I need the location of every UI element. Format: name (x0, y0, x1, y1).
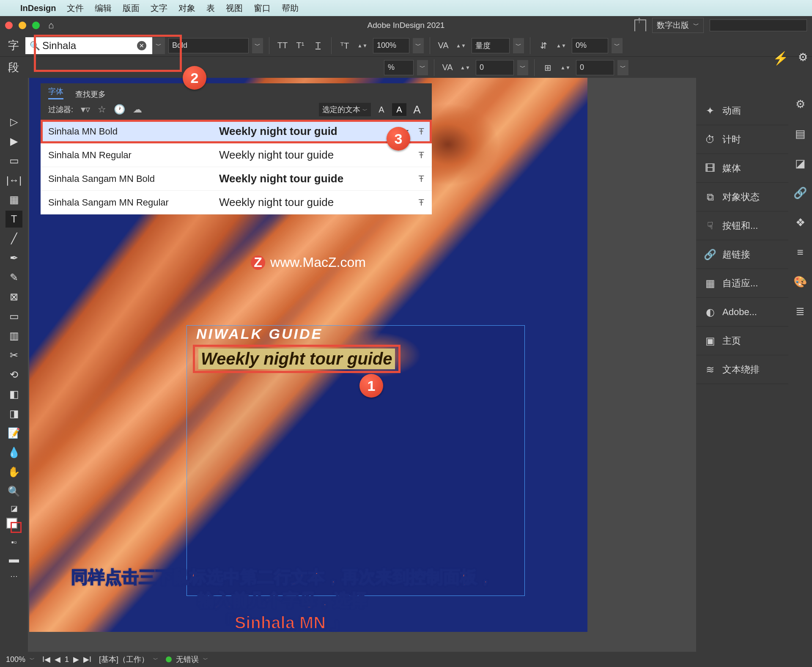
mini-links-icon[interactable]: 🔗 (793, 185, 808, 200)
kerning-chevron[interactable]: ﹀ (513, 38, 524, 53)
clear-icon[interactable]: ✕ (137, 41, 146, 50)
panel-object-states[interactable]: ⧉对象状态 (696, 183, 788, 211)
font-result-item[interactable]: Sinhala MN Regular Weekly night tour gui… (41, 143, 432, 167)
fill-stroke-proxy[interactable] (5, 517, 22, 534)
font-style-chevron[interactable]: ﹀ (252, 38, 263, 53)
tracking-chevron[interactable]: ﹀ (517, 60, 528, 75)
menu-object[interactable]: 对象 (178, 3, 195, 14)
apply-color[interactable]: ▪▫ (5, 536, 22, 548)
stepper-icon[interactable]: ▲▼ (355, 38, 370, 53)
panel-hyperlinks[interactable]: 🔗超链接 (696, 240, 788, 269)
doc-preset[interactable]: [基本]（工作） ﹀ (99, 654, 158, 664)
menu-table[interactable]: 表 (206, 3, 215, 14)
scale-input[interactable] (384, 60, 414, 75)
selection-tool[interactable]: ▷ (5, 113, 22, 130)
direct-selection-tool[interactable]: ▶ (5, 133, 22, 150)
font-result-item[interactable]: Sinhala Sangam MN Bold Weekly night tour… (41, 167, 432, 191)
menu-layout[interactable]: 版面 (123, 3, 140, 14)
grid-chevron[interactable]: ﹀ (617, 60, 628, 75)
gradient-feather-tool[interactable]: ◨ (5, 405, 22, 422)
zoom-control[interactable]: 100% ﹀ (6, 655, 35, 664)
menu-view[interactable]: 视图 (226, 3, 243, 14)
content-collector-tool[interactable]: ▦ (5, 191, 22, 208)
panel-timing[interactable]: ⏱计时 (696, 125, 788, 154)
grid-input[interactable] (576, 60, 614, 75)
menu-file[interactable]: 文件 (67, 3, 84, 14)
paragraph-tab[interactable]: 段 (5, 59, 22, 76)
tab-find-more[interactable]: 查找更多 (75, 89, 106, 99)
panel-text-wrap[interactable]: ≋文本绕排 (696, 355, 788, 384)
frame-title[interactable]: NIWALK GUIDE (187, 326, 524, 342)
pen-tool[interactable]: ✒ (5, 250, 22, 266)
line-tool[interactable]: ╱ (5, 230, 22, 247)
workspace-switcher[interactable]: 数字出版 ﹀ (652, 18, 704, 33)
gap-tool[interactable]: |↔| (5, 172, 22, 189)
sample-size-small[interactable]: A (374, 103, 389, 116)
page-nav[interactable]: I◀ ◀ 1 ▶ ▶I (42, 655, 91, 664)
toolbox-more[interactable]: ⋯ (5, 570, 22, 582)
app-search-input[interactable] (710, 19, 807, 31)
eyedropper-tool[interactable]: 💧 (5, 444, 22, 461)
note-tool[interactable]: 📝 (5, 425, 22, 442)
mini-color-icon[interactable]: 🎨 (793, 274, 808, 289)
share-icon[interactable] (634, 19, 646, 31)
hand-tool[interactable]: ✋ (5, 464, 22, 480)
stepper-icon[interactable]: ▲▼ (558, 60, 573, 75)
preflight-status[interactable]: 无错误 ﹀ (166, 654, 208, 664)
rectangle-tool[interactable]: ▭ (5, 308, 22, 325)
type-tool[interactable]: T (5, 211, 22, 228)
recent-icon[interactable]: 🕐 (114, 104, 125, 115)
zoom-icon[interactable] (32, 22, 40, 29)
page-number[interactable]: 1 (65, 655, 69, 664)
app-name[interactable]: InDesign (20, 3, 56, 13)
panel-adobe[interactable]: ◐Adobe... (696, 298, 788, 327)
zoom-tool[interactable]: 🔍 (5, 483, 22, 500)
menu-edit[interactable]: 编辑 (95, 3, 112, 14)
fill-stroke-swap[interactable]: ◪ (5, 502, 22, 514)
mini-sliders-icon[interactable]: ⚙ (793, 96, 808, 112)
gradient-swatch-tool[interactable]: ◧ (5, 386, 22, 403)
baseline-input[interactable] (572, 38, 608, 53)
scissors-tool[interactable]: ✂ (5, 347, 22, 364)
kerning-input[interactable] (472, 38, 510, 53)
panel-buttons[interactable]: ☟按钮和... (696, 211, 788, 240)
first-page-icon[interactable]: I◀ (42, 655, 50, 664)
underline-icon[interactable]: T (311, 38, 325, 53)
fontsize-input[interactable] (373, 38, 409, 53)
last-page-icon[interactable]: ▶I (83, 655, 91, 664)
baseline-chevron[interactable]: ﹀ (612, 38, 623, 53)
rectangle-frame-tool[interactable]: ⊠ (5, 288, 22, 305)
screen-mode[interactable]: ▬ (5, 551, 22, 568)
panel-master-pages[interactable]: ▣主页 (696, 327, 788, 355)
polygon-tool[interactable]: ▥ (5, 327, 22, 344)
tab-fonts[interactable]: 字体 (48, 86, 63, 99)
next-page-icon[interactable]: ▶ (73, 655, 79, 664)
stepper-icon[interactable]: ▲▼ (554, 38, 568, 53)
mac-menubar[interactable]: InDesign 文件 编辑 版面 文字 对象 表 视图 窗口 帮助 (0, 0, 812, 16)
font-result-item[interactable]: Sinhala Sangam MN Regular Weekly night t… (41, 191, 432, 214)
stepper-icon[interactable]: ▲▼ (458, 60, 472, 75)
tracking-input[interactable] (476, 60, 514, 75)
gpu-icon[interactable]: ⚡ (773, 51, 788, 66)
panel-animation[interactable]: ✦动画 (696, 96, 788, 125)
home-icon[interactable]: ⌂ (48, 20, 54, 31)
free-transform-tool[interactable]: ⟲ (5, 366, 22, 383)
character-tab[interactable]: 字 (5, 37, 22, 54)
scale-chevron[interactable]: ﹀ (417, 60, 428, 75)
menu-type[interactable]: 文字 (151, 3, 167, 14)
font-style-input[interactable] (168, 38, 249, 53)
font-result-item[interactable]: Sinhala MN Bold Weekly night tour guid ≈… (41, 120, 432, 143)
frame-subtitle[interactable]: Weekly night tour guide (198, 349, 395, 369)
minimize-icon[interactable] (19, 22, 26, 29)
font-dropdown-chevron[interactable]: ﹀ (152, 37, 165, 54)
allcaps-icon[interactable]: TT (275, 38, 290, 53)
menu-help[interactable]: 帮助 (282, 3, 299, 14)
font-family-input[interactable] (25, 37, 152, 54)
funnel-icon[interactable]: ▾▿ (81, 104, 90, 115)
panel-media[interactable]: 🎞媒体 (696, 154, 788, 183)
mini-swatches-icon[interactable]: ◪ (793, 156, 808, 171)
superscript-icon[interactable]: T¹ (293, 38, 307, 53)
close-icon[interactable] (5, 22, 13, 29)
font-family-field[interactable]: 🔍 ✕ ﹀ (25, 37, 165, 54)
stepper-icon[interactable]: ▲▼ (454, 38, 468, 53)
